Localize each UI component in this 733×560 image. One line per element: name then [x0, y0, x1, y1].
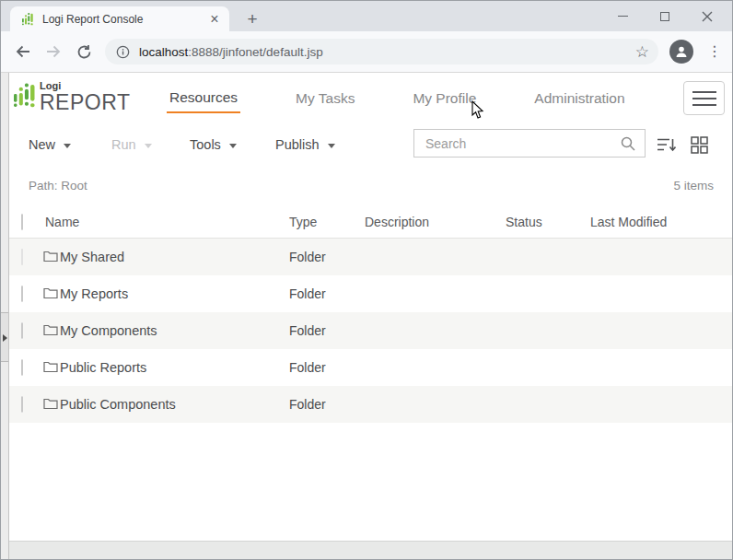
items-count: 5 items [673, 179, 714, 192]
nav-tab-resources[interactable]: Resources [167, 84, 240, 113]
path-bar: Path: Root 5 items [1, 165, 732, 205]
caret-down-icon [328, 144, 335, 148]
resource-name[interactable]: My Components [60, 323, 157, 338]
logi-favicon-icon [21, 12, 35, 26]
search-input[interactable] [414, 130, 621, 157]
nav-tab-my-profile[interactable]: My Profile [410, 85, 479, 112]
row-checkbox [21, 249, 23, 265]
search-icon[interactable] [621, 136, 635, 151]
row-checkbox[interactable] [21, 286, 23, 302]
url-text[interactable]: localhost:8888/jinfonet/default.jsp [139, 45, 635, 59]
publish-menu[interactable]: Publish [275, 134, 335, 156]
main-nav: Resources My Tasks My Profile Administra… [167, 73, 628, 124]
resource-type: Folder [289, 286, 365, 301]
window-controls [609, 1, 721, 31]
resource-name[interactable]: My Shared [60, 250, 124, 264]
table-row[interactable]: Public Components Folder [1, 386, 732, 423]
table-row[interactable]: My Components Folder [1, 312, 732, 349]
table-row[interactable]: My Shared Folder [1, 239, 732, 275]
forward-icon [44, 42, 63, 61]
caret-down-icon [145, 144, 152, 148]
logi-report-console: Logi REPORT Resources My Tasks My Profil… [1, 73, 732, 559]
browser-tab[interactable]: Logi Report Console × [10, 6, 229, 31]
tab-close-icon[interactable]: × [207, 12, 222, 27]
resource-name[interactable]: Public Reports [60, 360, 146, 375]
resource-table: Name Type Description Status Last Modifi… [1, 205, 732, 541]
caret-down-icon [64, 144, 71, 148]
folder-icon [43, 250, 58, 265]
browser-menu-icon[interactable]: ⋮ [706, 44, 723, 59]
folder-icon [43, 286, 58, 302]
minimize-icon[interactable] [609, 1, 636, 31]
back-icon[interactable] [14, 42, 32, 61]
resource-type: Folder [289, 397, 365, 412]
current-path: Path: Root [29, 179, 87, 192]
logi-report-logo: Logi REPORT [14, 81, 130, 113]
column-header-status[interactable]: Status [506, 215, 590, 229]
resource-type: Folder [289, 323, 365, 338]
resource-name[interactable]: Public Components [60, 397, 176, 412]
logo-bars-icon [14, 81, 37, 112]
app-header: Logi REPORT Resources My Tasks My Profil… [1, 73, 732, 124]
window-close-icon[interactable] [693, 1, 721, 31]
run-menu: Run [111, 134, 152, 156]
column-header-last-modified[interactable]: Last Modified [590, 215, 714, 229]
bookmark-star-icon[interactable]: ☆ [635, 44, 649, 60]
hamburger-menu-button[interactable] [683, 81, 725, 115]
panel-expander-strip [1, 73, 9, 559]
profile-avatar[interactable] [669, 40, 693, 64]
nav-tab-administration[interactable]: Administration [531, 85, 627, 112]
browser-titlebar: Logi Report Console × + [1, 1, 732, 31]
expand-right-icon [3, 334, 7, 342]
resource-name[interactable]: My Reports [60, 286, 128, 301]
panel-expander-handle[interactable] [1, 312, 8, 362]
maximize-icon[interactable] [651, 1, 679, 31]
browser-window: Logi Report Console × + localhost:8888/j… [0, 0, 733, 560]
table-header: Name Type Description Status Last Modifi… [1, 205, 732, 239]
address-bar[interactable]: localhost:8888/jinfonet/default.jsp ☆ [105, 39, 658, 64]
nav-tab-my-tasks[interactable]: My Tasks [293, 85, 357, 112]
new-tab-button[interactable]: + [240, 7, 264, 31]
select-all-checkbox[interactable] [21, 214, 23, 230]
row-checkbox[interactable] [21, 396, 23, 413]
folder-icon [43, 360, 58, 376]
folder-icon [43, 323, 58, 339]
browser-toolbar: localhost:8888/jinfonet/default.jsp ☆ ⋮ [1, 31, 732, 73]
resource-type: Folder [289, 250, 365, 264]
action-menubar: New Run Tools Publish [1, 124, 732, 165]
table-row[interactable]: My Reports Folder [1, 275, 732, 312]
column-header-description[interactable]: Description [365, 215, 506, 229]
sort-order-icon[interactable] [656, 134, 676, 155]
column-header-name[interactable]: Name [43, 215, 289, 229]
site-info-icon[interactable] [116, 45, 130, 59]
reload-icon[interactable] [75, 42, 93, 61]
folder-icon [43, 397, 58, 413]
caret-down-icon [229, 144, 237, 148]
tab-title: Logi Report Console [42, 13, 207, 26]
logo-word-report: REPORT [40, 92, 130, 113]
row-checkbox[interactable] [21, 359, 23, 376]
column-header-type[interactable]: Type [289, 215, 365, 229]
resource-type: Folder [289, 360, 365, 375]
row-checkbox[interactable] [21, 322, 23, 339]
table-row[interactable]: Public Reports Folder [1, 349, 732, 386]
tools-menu[interactable]: Tools [190, 134, 237, 156]
search-box [413, 129, 646, 158]
grid-view-icon[interactable] [689, 134, 709, 155]
new-menu[interactable]: New [29, 134, 71, 156]
status-footer [1, 541, 732, 559]
